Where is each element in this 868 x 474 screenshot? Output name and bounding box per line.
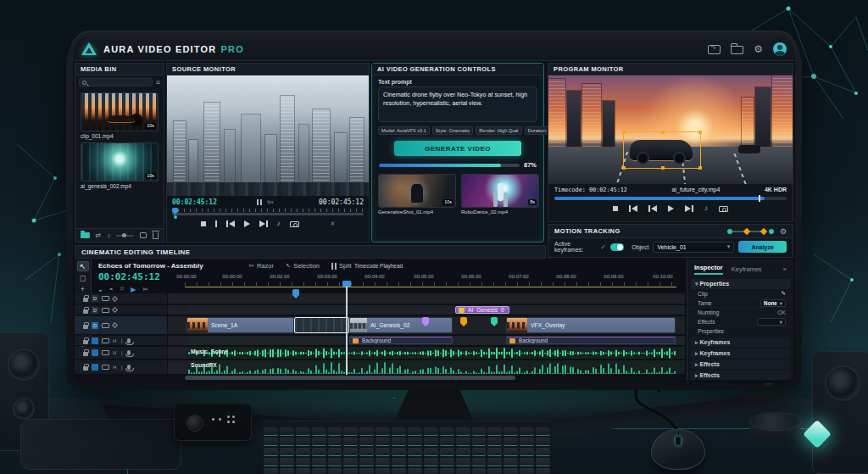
- track-toggle[interactable]: [92, 349, 98, 356]
- keyframes-toggle[interactable]: [610, 243, 624, 251]
- clip-background-1[interactable]: Background: [349, 337, 453, 344]
- track-header[interactable]: D: [75, 305, 168, 315]
- razor-tool[interactable]: ✂Razor: [249, 262, 274, 270]
- lock-icon[interactable]: [83, 340, 88, 344]
- clip-background-2[interactable]: Background: [506, 337, 676, 344]
- clip-selected-segment[interactable]: [294, 317, 349, 333]
- lock-icon[interactable]: [83, 325, 88, 329]
- collapsed-effects-2[interactable]: ▸ Effects: [691, 371, 790, 380]
- mute-toggle[interactable]: ❘: [120, 350, 124, 356]
- playhead-line[interactable]: [346, 287, 348, 375]
- razor-icon[interactable]: ✂: [142, 286, 148, 293]
- timeline-ruler[interactable]: 00:00:00 00:00:00 00:02:00 00:03:00 00:0…: [185, 274, 676, 287]
- track-lane[interactable]: Scene_1A AI_Genesis_02 VFX_Overlay: [186, 316, 685, 334]
- track-header[interactable]: H ❘: [75, 347, 168, 359]
- playhead-handle[interactable]: [342, 281, 351, 287]
- move-tool-icon[interactable]: +: [81, 285, 85, 293]
- solo-toggle[interactable]: H: [113, 365, 116, 370]
- object-select[interactable]: Vehicle_01 ▾: [653, 242, 734, 253]
- solo-toggle[interactable]: H: [113, 338, 116, 343]
- mute-toggle[interactable]: ❘: [120, 337, 124, 343]
- marker-flag-icon[interactable]: ▶: [131, 286, 136, 293]
- track-toggle[interactable]: D: [92, 295, 98, 302]
- track-select-tool-icon[interactable]: ◻: [80, 274, 86, 282]
- clip-ai-genesis-v2[interactable]: AI_Genesis_0: [455, 306, 509, 314]
- folder-icon[interactable]: [731, 46, 743, 54]
- selection-tool[interactable]: ↖Selection: [286, 262, 320, 270]
- mark-button[interactable]: [215, 220, 217, 227]
- mic-icon[interactable]: [127, 350, 131, 355]
- track-toggle[interactable]: D: [92, 307, 98, 314]
- properties-section-header[interactable]: ▾ Properties: [691, 279, 790, 289]
- clip-ai-genesis-02[interactable]: AI_Genesis_02: [349, 317, 453, 333]
- gear-icon[interactable]: ⚙: [754, 44, 763, 54]
- monitor-icon[interactable]: [102, 323, 109, 328]
- collapsed-keyframes-1[interactable]: ▸ Keyframes: [691, 337, 790, 347]
- lock-icon[interactable]: [83, 298, 88, 302]
- track-lane[interactable]: AI_Genesis_0: [186, 305, 685, 315]
- inspector-row-clip[interactable]: Clip✎: [687, 289, 793, 298]
- generated-clip-item[interactable]: 8s RoboDance_02.mp4: [461, 174, 539, 215]
- track-lane[interactable]: [186, 293, 685, 304]
- selection-tool-icon[interactable]: ↖: [77, 261, 89, 271]
- avatar[interactable]: [773, 42, 787, 56]
- new-bin-icon[interactable]: [81, 232, 90, 238]
- model-chip[interactable]: Model: AuraVFX v3.1: [378, 126, 430, 135]
- monitor-icon[interactable]: [102, 308, 109, 313]
- effects-dropdown[interactable]: ▾: [757, 318, 786, 326]
- track-header[interactable]: H ❘: [75, 360, 168, 374]
- media-clip-item[interactable]: 10s ai_genesis_002.mp4: [81, 142, 159, 189]
- keyframe-icon[interactable]: [112, 295, 118, 301]
- collapsed-keyframes-2[interactable]: ▸ Keyframes: [691, 349, 790, 358]
- program-playhead[interactable]: [759, 195, 760, 202]
- edit-icon[interactable]: ✎: [781, 290, 786, 297]
- generate-video-button[interactable]: GENERATE VIDEO: [394, 141, 521, 156]
- step-back-button[interactable]: [648, 205, 657, 212]
- monitor-icon[interactable]: [102, 296, 109, 301]
- view-icon[interactable]: [140, 232, 147, 238]
- render-chip[interactable]: Render: High Qual: [476, 126, 521, 135]
- clip-scene-1a[interactable]: Scene_1A: [186, 317, 294, 333]
- source-scrubber[interactable]: [167, 208, 369, 216]
- inspector-row-tame[interactable]: Tame None▾: [687, 298, 793, 308]
- export-icon[interactable]: [708, 45, 721, 54]
- timeline-scroll-thumb[interactable]: [185, 376, 515, 380]
- track-lane[interactable]: Music_Score: [186, 347, 685, 359]
- program-video-preview[interactable]: [548, 75, 793, 184]
- more-tabs-icon[interactable]: »: [783, 265, 787, 273]
- stop-button[interactable]: [613, 206, 618, 211]
- lock-icon[interactable]: [83, 309, 88, 314]
- tame-dropdown[interactable]: None▾: [760, 299, 786, 307]
- gear-icon[interactable]: ⚙: [780, 226, 787, 237]
- lock-icon[interactable]: [83, 366, 88, 371]
- keyframe-icon[interactable]: [112, 322, 118, 328]
- audio-icon[interactable]: ♪: [107, 231, 110, 239]
- monitor-icon[interactable]: [102, 365, 109, 370]
- track-toggle[interactable]: [92, 364, 98, 371]
- tab-inspector[interactable]: Inspector: [694, 264, 723, 275]
- inspector-row-numting[interactable]: NumtingOK: [687, 308, 793, 317]
- track-lane[interactable]: SoundFX: [186, 360, 685, 374]
- zoom-slider[interactable]: [116, 235, 134, 237]
- step-forward-button[interactable]: [685, 205, 693, 212]
- mute-toggle[interactable]: ❘: [120, 365, 124, 371]
- track-toggle[interactable]: [92, 337, 98, 344]
- collapsed-effects-1[interactable]: ▸ Effects: [691, 360, 790, 369]
- prompt-textarea[interactable]: Cinematic drone flyby over Neo-Tokyo at …: [378, 86, 537, 122]
- fullscreen-icon[interactable]: ✕: [331, 220, 336, 227]
- link-icon[interactable]: ⌗: [120, 285, 125, 293]
- step-forward-button[interactable]: [259, 220, 268, 227]
- media-search-input[interactable]: [79, 78, 153, 86]
- inspector-row-properties[interactable]: Properties: [687, 326, 793, 336]
- generated-clip-item[interactable]: 10s GenerativeShot_01.mp4: [378, 174, 456, 215]
- track-lane[interactable]: Background Background: [186, 336, 685, 345]
- audio-icon[interactable]: ♪: [704, 205, 708, 212]
- monitor-icon[interactable]: [102, 350, 109, 355]
- lock-icon[interactable]: [83, 352, 88, 356]
- program-scrubber[interactable]: [548, 195, 793, 202]
- play-button[interactable]: [244, 220, 250, 227]
- source-video-preview[interactable]: [167, 75, 369, 196]
- clip-vfx-overlay[interactable]: VFX_Overlay: [506, 317, 676, 333]
- track-header[interactable]: H ❘: [75, 336, 168, 345]
- audio-monitor-icon[interactable]: ♪: [277, 220, 281, 227]
